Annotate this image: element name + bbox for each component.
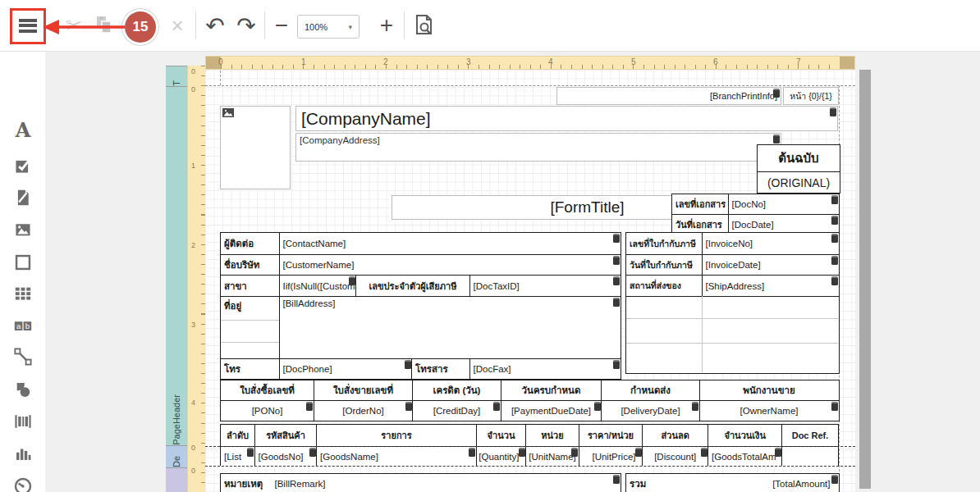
items-header-cell[interactable]: จำนวนเงิน [708,424,783,447]
field-goods-name[interactable]: [GoodsName] [316,447,477,466]
field-branch-expression[interactable]: Iif(IsNull([Custom [279,275,357,297]
gauge-tool[interactable] [11,474,35,492]
field-unit-price[interactable]: [UnitPrice] [579,447,643,466]
field-text: พนักงานขาย [743,383,795,398]
label-remark[interactable]: หมายเหตุ [220,473,272,492]
field-discount[interactable]: [Discount] [642,447,709,466]
field-delivery-date[interactable]: [DeliveryDate] [601,400,700,421]
items-header-cell[interactable]: Doc Ref. [781,424,839,447]
zoom-level-select[interactable]: 100% ▾ [297,15,359,39]
field-text: [FormTitle] [550,198,624,216]
ruler-number: 2 [383,57,388,66]
field-doc-no[interactable]: [DocNo] [728,194,840,215]
field-po-no[interactable]: [PONo] [220,400,314,421]
items-header-cell[interactable]: จำนวน [476,424,527,447]
field-original-en[interactable]: (ORIGINAL) [757,171,840,194]
label-ship-address[interactable]: สถานที่ส่งของ [625,275,703,297]
order-header-cell[interactable]: กำหนดส่ง [601,380,700,401]
field-order-no[interactable]: [OrderNo] [314,400,414,421]
field-quantity[interactable]: [Quantity] [476,447,527,466]
field-total-amount[interactable]: รวม [TotalAmount] [625,473,840,492]
field-text: รหัสสินค้า [266,428,305,443]
field-text: [DocFax] [474,364,511,374]
order-header-cell[interactable]: ใบสั่งซื้อเลขที่ [220,380,314,401]
text-in-cells-tool[interactable]: a b [11,313,35,338]
redo-button[interactable]: ↷ [233,0,259,51]
chart-tool[interactable] [11,441,35,466]
cell-divider [626,343,838,344]
table-tool[interactable] [11,281,35,306]
logo-image-placeholder[interactable] [220,106,291,189]
delete-button[interactable]: × [166,0,189,51]
field-bill-address[interactable]: [BillAddress] [279,296,621,360]
panel-tool[interactable] [11,250,35,275]
field-payment-due-date[interactable]: [PaymentDueDate] [501,400,602,421]
field-goods-no[interactable]: [GoodsNo] [254,447,318,466]
undo-button[interactable]: ↶ [202,0,228,51]
field-text: รายการ [381,428,411,443]
field-doc-tax-id[interactable]: [DocTaxID] [469,275,621,297]
field-ship-address[interactable]: [ShipAddress] [702,275,840,297]
field-unit-name[interactable]: [UnitName] [525,447,579,466]
items-header-cell[interactable]: ส่วนลด [642,424,709,447]
order-header-cell[interactable]: เครดิต (วัน) [412,380,501,401]
field-contact-name[interactable]: [ContactName] [279,232,621,255]
field-page-number[interactable]: หน้า {0}/{1} [783,87,839,105]
label-customer-company[interactable]: ชื่อบริษัท [220,254,280,276]
preview-button[interactable] [410,0,438,51]
label-address[interactable]: ที่อยู่ [220,296,280,360]
label-fax[interactable]: โทรสาร [411,358,470,380]
barcode-icon [13,412,33,430]
field-company-name[interactable]: [CompanyName] [295,106,838,131]
items-header-cell[interactable]: หน่วย [525,424,579,447]
data-binding-marker [773,134,780,144]
field-list-index[interactable]: [List [220,447,255,466]
rich-text-icon [14,189,32,207]
field-customer-name[interactable]: [CustomerName] [279,254,621,276]
order-header-cell[interactable]: วันครบกำหนด [501,380,602,401]
field-credit-day[interactable]: [CreditDay] [412,400,501,421]
barcode-tool[interactable] [11,409,35,434]
field-doc-phone[interactable]: [DocPhone] [279,358,413,380]
zoom-out-button[interactable]: − [269,0,294,51]
field-doc-fax[interactable]: [DocFax] [469,358,621,380]
data-binding-marker [613,360,620,369]
zoom-in-button[interactable]: + [374,0,399,51]
label-invoice-date[interactable]: วันที่ใบกำกับภาษี [625,254,703,276]
items-header-cell[interactable]: รหัสสินค้า [254,424,318,447]
items-header-cell[interactable]: ลำดับ [220,424,255,447]
field-owner-name[interactable]: [OwnerName] [699,400,840,421]
line-tool[interactable] [11,344,35,369]
field-invoice-date[interactable]: [InvoiceDate] [702,254,840,276]
band-page-header[interactable]: PageHeader [166,86,187,445]
field-goods-total[interactable]: [GoodsTotalAm [708,447,783,466]
band-title[interactable]: T [166,66,187,86]
field-original-th[interactable]: ต้นฉบับ [757,144,840,172]
label-tax-id[interactable]: เลขประจำตัวผู้เสียภาษี [355,275,470,297]
field-doc-ref[interactable] [781,447,839,466]
text-tool[interactable]: A [11,117,35,142]
band-page-footer[interactable] [166,467,187,492]
image-tool[interactable] [11,217,35,242]
rich-text-tool[interactable] [11,185,35,210]
label-invoice-no[interactable]: เลขที่ใบกำกับภาษี [625,232,703,255]
label-branch[interactable]: สาขา [220,275,280,297]
label-phone[interactable]: โทร [220,358,280,380]
field-bill-remark[interactable]: [BillRemark] [272,473,621,492]
label-doc-no[interactable]: เลขที่เอกสาร [671,194,729,215]
field-invoice-no[interactable]: [InvoiceNo] [702,232,840,255]
field-text: [List [224,452,241,462]
vertical-scrollbar[interactable] [859,70,871,489]
band-detail[interactable]: De [166,445,187,467]
field-company-address[interactable]: [CompanyAddress] [295,133,781,162]
items-header-cell[interactable]: รายการ [316,424,477,447]
plus-icon: + [380,12,393,39]
checkbox-tool[interactable] [11,153,35,178]
shape-tool[interactable] [11,377,35,402]
items-header-cell[interactable]: ราคา/หน่วย [579,424,643,447]
order-header-cell[interactable]: พนักงานขาย [699,380,840,401]
order-header-cell[interactable]: ใบสั่งขายเลขที่ [314,380,414,401]
empty-cell-group[interactable] [625,296,840,374]
field-branch-print-info[interactable]: [BranchPrintInfo] [556,87,781,105]
label-contact[interactable]: ผู้ติดต่อ [220,232,280,255]
